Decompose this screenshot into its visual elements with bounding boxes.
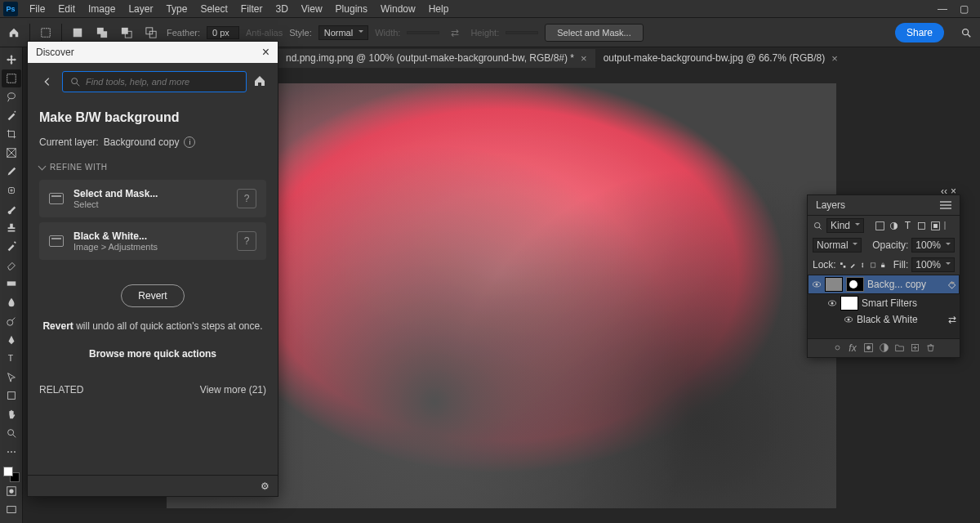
more-tools-icon[interactable]: ⋯: [2, 443, 21, 461]
help-icon[interactable]: ?: [237, 231, 256, 251]
filter-mask-thumbnail[interactable]: [840, 296, 858, 311]
smart-filter-entry[interactable]: Black & White ⇄: [808, 312, 960, 327]
back-icon[interactable]: [39, 76, 56, 87]
brush-tool[interactable]: [2, 200, 21, 218]
zoom-tool[interactable]: [2, 424, 21, 442]
info-icon[interactable]: i: [184, 136, 195, 148]
lock-position-icon[interactable]: [859, 260, 866, 270]
selection-add-icon[interactable]: [93, 24, 111, 42]
refine-with-header[interactable]: REFINE WITH: [39, 159, 266, 175]
filter-smart-icon[interactable]: [930, 221, 941, 231]
visibility-icon[interactable]: [827, 298, 837, 308]
menu-select[interactable]: Select: [194, 2, 234, 16]
dodge-tool[interactable]: [2, 312, 21, 330]
add-mask-icon[interactable]: [863, 342, 874, 353]
path-tool[interactable]: [2, 368, 21, 386]
close-icon[interactable]: ×: [262, 45, 270, 60]
feather-input[interactable]: 0 px: [207, 26, 239, 39]
panel-menu-icon[interactable]: [940, 204, 951, 206]
move-tool[interactable]: [2, 51, 21, 69]
layer-item[interactable]: Backg... copy ◇: [808, 275, 960, 294]
selection-subtract-icon[interactable]: [118, 24, 136, 42]
marquee-tool[interactable]: [2, 69, 21, 87]
pen-tool[interactable]: [2, 331, 21, 349]
menu-plugins[interactable]: Plugins: [329, 2, 374, 16]
search-input[interactable]: [86, 77, 239, 87]
screenmode-icon[interactable]: [2, 501, 21, 519]
revert-button[interactable]: Revert: [121, 284, 184, 307]
filter-options-icon[interactable]: ⇄: [948, 314, 956, 325]
menu-image[interactable]: Image: [82, 2, 122, 16]
document-tab[interactable]: output-make-background-bw.jpg @ 66.7% (R…: [595, 49, 846, 68]
window-maximize-icon[interactable]: ▢: [959, 4, 969, 14]
view-more-link[interactable]: View more (21): [200, 384, 266, 396]
menu-edit[interactable]: Edit: [51, 2, 82, 16]
heal-tool[interactable]: [2, 181, 21, 199]
menu-window[interactable]: Window: [374, 2, 422, 16]
eraser-tool[interactable]: [2, 256, 21, 274]
style-select[interactable]: Normal: [318, 25, 368, 40]
eyedropper-tool[interactable]: [2, 163, 21, 181]
close-icon[interactable]: ×: [581, 52, 587, 65]
visibility-icon[interactable]: [844, 315, 853, 324]
frame-tool[interactable]: [2, 144, 21, 162]
opacity-input[interactable]: 100%: [911, 238, 955, 253]
menu-3d[interactable]: 3D: [269, 2, 294, 16]
close-icon[interactable]: ×: [951, 186, 956, 197]
blend-mode-select[interactable]: Normal: [813, 238, 862, 253]
shape-tool[interactable]: [2, 387, 21, 405]
stamp-tool[interactable]: [2, 219, 21, 237]
visibility-icon[interactable]: [812, 279, 822, 289]
home-icon[interactable]: [5, 24, 23, 42]
document-tab[interactable]: nd.png.img.png @ 100% (output-make-backg…: [278, 49, 595, 68]
lasso-tool[interactable]: [2, 88, 21, 106]
quickmask-icon[interactable]: [2, 482, 21, 500]
gear-icon[interactable]: ⚙: [261, 481, 270, 492]
filter-shape-icon[interactable]: [916, 221, 927, 231]
history-brush-tool[interactable]: [2, 237, 21, 255]
wand-tool[interactable]: [2, 107, 21, 125]
lock-pixels-icon[interactable]: [849, 260, 856, 270]
menu-view[interactable]: View: [295, 2, 329, 16]
selection-new-icon[interactable]: [69, 24, 87, 42]
lock-transparency-icon[interactable]: [840, 260, 846, 270]
link-layers-icon[interactable]: [832, 342, 843, 353]
collapse-icon[interactable]: ‹‹: [941, 186, 947, 197]
lock-all-icon[interactable]: [880, 260, 886, 270]
type-tool[interactable]: T: [2, 350, 21, 368]
filter-pixel-icon[interactable]: [875, 221, 885, 231]
refine-select-mask[interactable]: Select and Mask...Select ?: [39, 180, 266, 217]
smart-filters-item[interactable]: Smart Filters: [808, 294, 960, 312]
delete-layer-icon[interactable]: [925, 342, 936, 353]
hand-tool[interactable]: [2, 405, 21, 423]
filter-type-icon[interactable]: T: [902, 221, 913, 231]
crop-tool[interactable]: [2, 125, 21, 143]
menu-layer[interactable]: Layer: [122, 2, 159, 16]
selection-intersect-icon[interactable]: [142, 24, 160, 42]
layer-mask[interactable]: [846, 277, 864, 292]
select-and-mask-button[interactable]: Select and Mask...: [545, 24, 644, 42]
menu-file[interactable]: File: [23, 2, 51, 16]
new-adjustment-icon[interactable]: [879, 342, 889, 353]
color-swatches[interactable]: [3, 467, 20, 483]
browse-actions-link[interactable]: Browse more quick actions: [39, 348, 266, 360]
fill-input[interactable]: 100%: [911, 257, 955, 272]
new-layer-icon[interactable]: [910, 342, 920, 353]
gradient-tool[interactable]: [2, 275, 21, 293]
home-icon[interactable]: [253, 74, 266, 90]
discover-search[interactable]: [62, 71, 247, 92]
refine-black-white[interactable]: Black & White...Image > Adjustments ?: [39, 222, 266, 260]
help-icon[interactable]: ?: [237, 189, 256, 208]
tool-marquee-icon[interactable]: [37, 24, 55, 42]
close-icon[interactable]: ×: [831, 52, 838, 65]
filter-toggle-icon[interactable]: [944, 221, 955, 230]
filter-kind-select[interactable]: Kind: [826, 218, 864, 233]
layer-thumbnail[interactable]: [825, 277, 843, 292]
lock-artboard-icon[interactable]: [870, 260, 876, 270]
layer-fx-icon[interactable]: fx: [848, 342, 858, 353]
share-button[interactable]: Share: [895, 23, 944, 42]
filter-adjust-icon[interactable]: [889, 221, 899, 231]
search-icon[interactable]: [813, 221, 823, 231]
window-minimize-icon[interactable]: —: [938, 4, 947, 14]
new-group-icon[interactable]: [894, 342, 905, 353]
